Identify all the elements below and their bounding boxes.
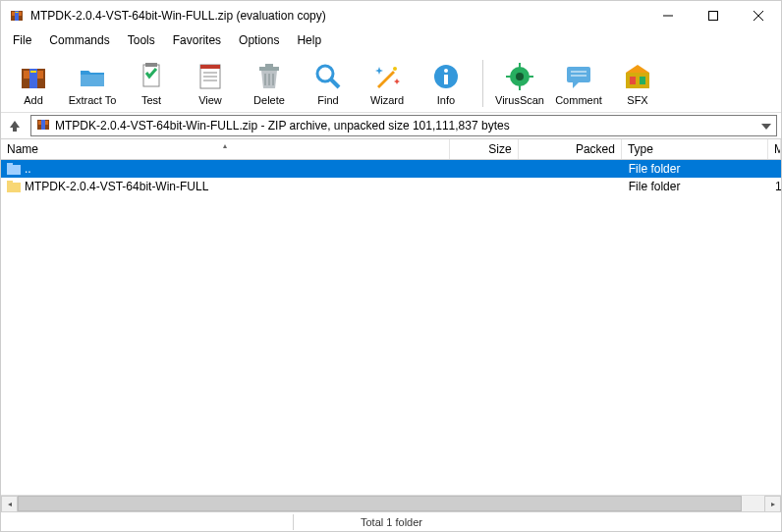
column-modified[interactable]: M	[768, 139, 781, 159]
find-button[interactable]: Find	[304, 61, 353, 106]
up-button[interactable]	[5, 116, 25, 135]
view-button[interactable]: View	[186, 61, 235, 106]
wizard-icon	[371, 61, 403, 92]
svg-rect-45	[7, 165, 21, 175]
delete-icon	[253, 61, 285, 92]
minimize-button[interactable]	[645, 1, 691, 30]
menu-favorites[interactable]: Favorites	[165, 31, 229, 49]
svg-rect-29	[444, 75, 448, 84]
maximize-button[interactable]	[691, 1, 736, 30]
delete-button[interactable]: Delete	[245, 61, 294, 106]
add-button[interactable]: Add	[9, 61, 58, 106]
archive-icon	[35, 117, 51, 135]
status-text: Total 1 folder	[293, 514, 489, 530]
svg-rect-20	[265, 64, 273, 67]
svg-point-31	[516, 73, 524, 80]
svg-rect-5	[709, 12, 718, 21]
view-icon	[195, 61, 226, 92]
svg-rect-39	[626, 73, 649, 88]
scroll-track[interactable]	[18, 496, 764, 511]
svg-rect-11	[30, 71, 36, 73]
sfx-button[interactable]: SFX	[613, 61, 662, 106]
menu-options[interactable]: Options	[231, 31, 287, 49]
add-icon	[18, 61, 49, 92]
folder-icon	[7, 181, 21, 192]
column-packed[interactable]: Packed	[519, 139, 622, 159]
close-button[interactable]	[736, 1, 781, 30]
column-size[interactable]: Size	[450, 139, 519, 159]
parent-folder-row[interactable]: ..File folder	[1, 160, 781, 178]
status-bar: Total 1 folder	[1, 511, 781, 531]
svg-rect-15	[200, 65, 220, 69]
scroll-left-button[interactable]: ◂	[1, 496, 18, 512]
svg-rect-40	[630, 77, 636, 84]
extract-to-button[interactable]: Extract To	[68, 61, 117, 106]
extract-icon	[77, 61, 108, 92]
window-controls	[645, 1, 781, 30]
sort-ascending-icon: ▴	[223, 141, 227, 150]
comment-icon	[563, 61, 594, 92]
svg-rect-19	[259, 67, 279, 71]
svg-rect-44	[41, 120, 45, 130]
test-button[interactable]: Test	[127, 61, 176, 106]
svg-rect-36	[567, 67, 590, 82]
svg-rect-13	[145, 63, 157, 67]
folder-icon	[7, 163, 21, 175]
wizard-button[interactable]: Wizard	[363, 61, 412, 106]
horizontal-scrollbar[interactable]: ◂ ▸	[1, 495, 781, 511]
window-title: MTPDK-2.0.4-VST-64bit-Win-FULL.zip (eval…	[30, 9, 645, 23]
column-type[interactable]: Type	[622, 139, 768, 159]
svg-rect-46	[7, 163, 13, 166]
column-headers: Name▴ Size Packed Type M	[1, 138, 781, 160]
path-bar: MTPDK-2.0.4-VST-64bit-Win-FULL.zip - ZIP…	[1, 113, 781, 138]
column-name[interactable]: Name▴	[1, 139, 450, 159]
svg-rect-47	[7, 183, 21, 192]
virusscan-button[interactable]: VirusScan	[495, 61, 544, 106]
svg-rect-3	[16, 12, 19, 13]
menu-bar: FileCommandsToolsFavoritesOptionsHelp	[1, 30, 781, 50]
virus-icon	[504, 61, 535, 92]
path-dropdown-icon[interactable]	[758, 119, 774, 133]
scroll-right-button[interactable]: ▸	[764, 496, 781, 512]
sfx-icon	[622, 61, 653, 92]
menu-tools[interactable]: Tools	[120, 31, 163, 49]
info-icon	[430, 61, 462, 92]
path-text: MTPDK-2.0.4-VST-64bit-Win-FULL.zip - ZIP…	[55, 119, 510, 133]
svg-line-25	[331, 80, 339, 87]
menu-help[interactable]: Help	[289, 31, 329, 49]
svg-rect-41	[640, 77, 645, 84]
file-list[interactable]: ..File folderMTPDK-2.0.4-VST-64bit-Win-F…	[1, 160, 781, 495]
list-item[interactable]: MTPDK-2.0.4-VST-64bit-Win-FULLFile folde…	[1, 178, 781, 195]
svg-rect-48	[7, 181, 13, 184]
menu-commands[interactable]: Commands	[41, 31, 117, 49]
app-icon	[9, 8, 25, 24]
info-button[interactable]: Info	[421, 61, 471, 106]
test-icon	[136, 61, 167, 92]
comment-button[interactable]: Comment	[554, 61, 603, 106]
svg-point-24	[317, 66, 333, 81]
toolbar: AddExtract ToTestViewDeleteFindWizardInf…	[1, 50, 781, 113]
svg-point-28	[444, 69, 448, 73]
find-icon	[312, 61, 344, 92]
svg-point-26	[393, 67, 397, 71]
menu-file[interactable]: File	[5, 31, 39, 49]
path-field[interactable]: MTPDK-2.0.4-VST-64bit-Win-FULL.zip - ZIP…	[30, 115, 777, 136]
scroll-thumb[interactable]	[18, 496, 742, 511]
toolbar-separator	[482, 60, 483, 107]
title-bar: MTPDK-2.0.4-VST-64bit-Win-FULL.zip (eval…	[1, 1, 781, 30]
